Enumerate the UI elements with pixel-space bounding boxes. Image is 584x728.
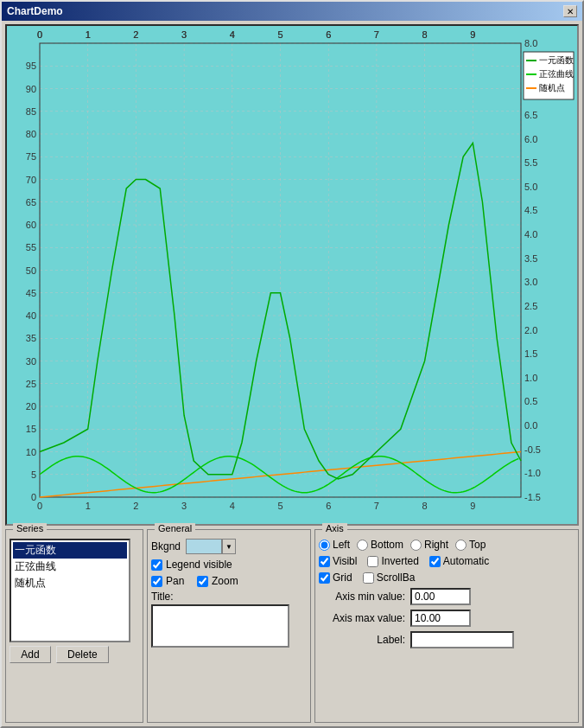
scrollba-checkbox[interactable] <box>363 572 374 584</box>
radio-top[interactable] <box>455 540 467 551</box>
series-item-0[interactable]: 一元函数 <box>13 542 127 559</box>
radio-bottom-text: Bottom <box>371 539 403 551</box>
axis-panel-legend: Axis <box>322 523 347 533</box>
radio-top-label[interactable]: Top <box>455 539 486 551</box>
bkgnd-row: Bkgnd ▼ <box>151 539 307 554</box>
grid-checkbox[interactable] <box>319 572 330 584</box>
axis-min-row: Axis min value: <box>319 588 574 605</box>
axis-min-label: Axis min value: <box>319 591 405 603</box>
axis-check-row-2: Grid ScrollBa <box>319 572 574 584</box>
bkgnd-dropdown-arrow[interactable]: ▼ <box>222 539 236 554</box>
series-buttons: Add Delete <box>10 646 139 663</box>
axis-label-row: Label: <box>319 631 574 648</box>
add-button[interactable]: Add <box>10 646 51 663</box>
bkgnd-color-swatch <box>186 539 222 554</box>
legend-visible-row: Legend visible <box>151 559 307 571</box>
series-listbox[interactable]: 一元函数 正弦曲线 随机点 <box>10 539 130 642</box>
series-panel: Series 一元函数 正弦曲线 随机点 Add Delete <box>5 529 143 723</box>
bkgnd-label: Bkgnd <box>151 540 181 552</box>
radio-bottom-label[interactable]: Bottom <box>357 539 403 551</box>
title-bar: ChartDemo ✕ <box>2 2 582 21</box>
axis-max-input[interactable] <box>410 610 471 627</box>
main-window: ChartDemo ✕ Series 一元函数 正弦曲线 随机点 Add Del… <box>0 0 584 728</box>
axis-radio-row: Left Bottom Right Top <box>319 539 574 551</box>
radio-left-text: Left <box>333 539 350 551</box>
pan-label: Pan <box>166 575 184 587</box>
inverted-text: Inverted <box>381 555 418 567</box>
window-body: Series 一元函数 正弦曲线 随机点 Add Delete General … <box>2 21 582 726</box>
zoom-label: Zoom <box>212 575 238 587</box>
axis-panel: Axis Left Bottom Right <box>314 529 579 723</box>
bottom-panels: Series 一元函数 正弦曲线 随机点 Add Delete General … <box>5 529 579 723</box>
legend-visible-label: Legend visible <box>166 559 232 571</box>
title-textarea[interactable] <box>151 604 289 648</box>
pan-checkbox[interactable] <box>151 576 162 587</box>
radio-bottom[interactable] <box>357 540 368 551</box>
radio-left-label[interactable]: Left <box>319 539 350 551</box>
grid-label[interactable]: Grid <box>319 572 352 584</box>
axis-min-input[interactable] <box>410 588 471 605</box>
title-area: Title: <box>151 591 307 648</box>
visibl-checkbox[interactable] <box>319 556 330 567</box>
automatic-checkbox[interactable] <box>429 556 441 567</box>
inverted-label[interactable]: Inverted <box>367 555 418 567</box>
scrollba-text: ScrollBa <box>377 572 416 584</box>
axis-label-input[interactable] <box>410 631 514 648</box>
legend-visible-checkbox[interactable] <box>151 559 162 571</box>
close-button[interactable]: ✕ <box>563 5 577 17</box>
zoom-checkbox[interactable] <box>197 576 208 587</box>
series-panel-legend: Series <box>13 523 47 533</box>
radio-left[interactable] <box>319 540 330 551</box>
grid-text: Grid <box>333 572 352 584</box>
series-item-2[interactable]: 随机点 <box>13 575 127 591</box>
radio-right-text: Right <box>424 539 448 551</box>
scrollba-label[interactable]: ScrollBa <box>363 572 416 584</box>
window-title: ChartDemo <box>7 5 63 17</box>
axis-max-row: Axis max value: <box>319 610 574 627</box>
radio-right-label[interactable]: Right <box>410 539 448 551</box>
series-item-1[interactable]: 正弦曲线 <box>13 559 127 575</box>
delete-button[interactable]: Delete <box>56 646 109 663</box>
chart-area <box>5 24 579 526</box>
automatic-text: Automatic <box>443 555 489 567</box>
bkgnd-color-dropdown[interactable]: ▼ <box>186 539 236 554</box>
radio-right[interactable] <box>410 540 422 551</box>
general-panel-legend: General <box>155 523 195 533</box>
inverted-checkbox[interactable] <box>367 556 378 567</box>
pan-zoom-row: Pan Zoom <box>151 575 307 587</box>
automatic-label[interactable]: Automatic <box>429 555 489 567</box>
label-label: Label: <box>319 634 405 646</box>
visibl-text: Visibl <box>333 555 357 567</box>
axis-check-row-1: Visibl Inverted Automatic <box>319 555 574 567</box>
general-panel: General Bkgnd ▼ Legend visible Pan <box>147 529 311 723</box>
axis-max-label: Axis max value: <box>319 612 405 624</box>
title-label: Title: <box>151 591 174 603</box>
radio-top-text: Top <box>469 539 486 551</box>
visibl-label[interactable]: Visibl <box>319 555 357 567</box>
